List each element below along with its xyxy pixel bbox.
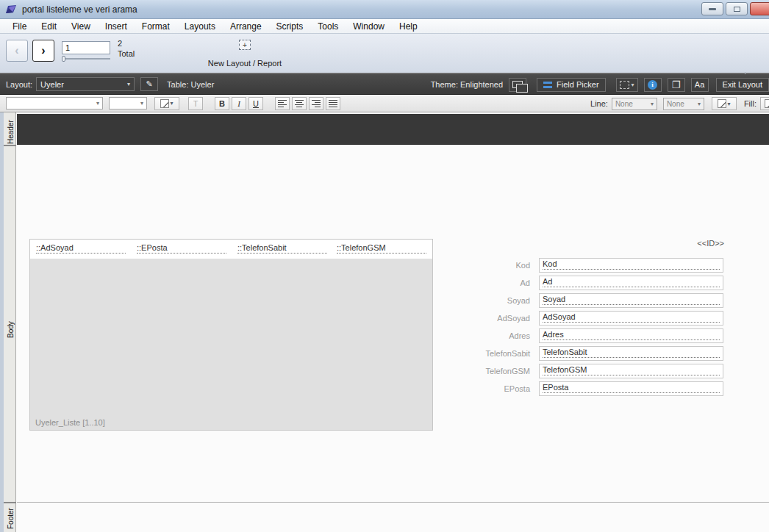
edit-layout-button[interactable]: ✎ xyxy=(140,77,158,91)
layers-icon: ❐ xyxy=(672,80,681,90)
filemaker-window: portal listeleme ve veri arama File Edit… xyxy=(0,0,769,532)
portal-field-adsoyad[interactable]: ::AdSoyad xyxy=(36,242,126,255)
field-label-adsoyad[interactable]: AdSoyad xyxy=(442,311,530,326)
line-style-select[interactable]: None ▾ xyxy=(612,98,657,110)
accessibility-inspector-button[interactable]: i xyxy=(644,78,662,92)
menu-bar: File Edit View Insert Format Layouts Arr… xyxy=(0,19,769,34)
menu-tools[interactable]: Tools xyxy=(311,20,345,33)
dashed-rect-icon xyxy=(620,81,629,89)
guides-button[interactable]: ▾ xyxy=(616,78,638,92)
menu-format[interactable]: Format xyxy=(135,20,176,33)
italic-button[interactable]: I xyxy=(232,97,246,110)
info-icon: i xyxy=(648,80,657,90)
portal-object[interactable]: ::AdSoyad ::EPosta ::TelefonSabit ::Tele… xyxy=(29,239,433,431)
maximize-button[interactable] xyxy=(726,2,748,15)
text-color-button[interactable]: T xyxy=(188,97,203,110)
portal-field-telefongsm[interactable]: ::TelefonGSM xyxy=(337,242,426,255)
layout-slider[interactable] xyxy=(62,56,110,62)
field-adres[interactable]: Adres xyxy=(539,328,723,343)
theme-label: Theme: Enlightened xyxy=(431,80,503,89)
header-part-label[interactable]: Header xyxy=(7,120,15,144)
chevron-down-icon: ▾ xyxy=(698,101,701,107)
align-justify-button[interactable] xyxy=(326,97,340,110)
field-label-telefonsabit[interactable]: TelefonSabit xyxy=(442,346,530,361)
portal-field-telefonsabit[interactable]: ::TelefonSabit xyxy=(237,242,327,255)
objects-panel-button[interactable]: ❐ xyxy=(668,78,685,92)
underline-button[interactable]: U xyxy=(248,97,263,110)
exit-layout-button[interactable]: Exit Layout xyxy=(716,78,769,92)
menu-scripts[interactable]: Scripts xyxy=(270,20,310,33)
align-center-button[interactable] xyxy=(292,97,307,110)
aa-icon: Aa xyxy=(695,80,704,89)
chevron-down-icon: ▾ xyxy=(170,100,173,107)
field-ad[interactable]: Ad xyxy=(539,276,723,290)
slider-thumb[interactable] xyxy=(62,56,65,62)
field-telefonsabit[interactable]: TelefonSabit xyxy=(539,346,723,361)
field-label-telefongsm[interactable]: TelefonGSM xyxy=(442,364,530,378)
layout-select[interactable]: Uyeler ▾ xyxy=(36,77,135,91)
field-label-eposta[interactable]: EPosta xyxy=(442,381,530,396)
slider-track xyxy=(62,58,110,60)
field-label-kod[interactable]: Kod xyxy=(442,258,530,273)
layout-canvas[interactable]: Header Body Footer ::AdSoyad ::EPosta ::… xyxy=(0,112,769,532)
menu-edit[interactable]: Edit xyxy=(35,20,63,33)
chevron-down-icon: ▾ xyxy=(96,100,99,107)
menu-file[interactable]: File xyxy=(6,20,33,33)
pencil-icon: ✎ xyxy=(146,79,152,89)
layout-label: Layout: xyxy=(6,80,32,89)
field-label-soyad[interactable]: Soyad xyxy=(442,293,530,308)
font-size-select[interactable]: ▾ xyxy=(109,97,147,109)
align-right-icon xyxy=(312,100,321,107)
field-label-adres[interactable]: Adres xyxy=(442,328,530,343)
menu-arrange[interactable]: Arrange xyxy=(223,20,268,33)
field-telefongsm[interactable]: TelefonGSM xyxy=(539,364,723,378)
menu-layouts[interactable]: Layouts xyxy=(178,20,222,33)
body-part-label[interactable]: Body xyxy=(7,321,15,338)
line-width-value: None xyxy=(667,100,684,108)
new-layout-icon: + xyxy=(239,40,251,50)
menu-help[interactable]: Help xyxy=(393,20,424,33)
field-kod[interactable]: Kod xyxy=(539,258,723,273)
field-eposta[interactable]: EPosta xyxy=(539,381,723,396)
align-left-button[interactable] xyxy=(275,97,290,110)
menu-view[interactable]: View xyxy=(65,20,97,33)
field-picker-button[interactable]: Field Picker xyxy=(537,78,605,92)
line-width-select[interactable]: None ▾ xyxy=(663,98,704,110)
fill-color-swatch-button[interactable] xyxy=(760,97,769,110)
portal-field-eposta[interactable]: ::EPosta xyxy=(137,242,226,255)
close-button[interactable] xyxy=(750,2,769,15)
fill-label: Fill: xyxy=(744,99,757,108)
field-label-ad[interactable]: Ad xyxy=(442,276,530,290)
status-toolbar: ‹ › 2 Total Layouts + New Layout / Repor… xyxy=(0,34,769,74)
text-color-swatch-button[interactable]: ▾ xyxy=(154,97,179,110)
align-right-button[interactable] xyxy=(309,97,323,110)
field-adsoyad[interactable]: AdSoyad xyxy=(539,311,723,326)
next-layout-button[interactable]: › xyxy=(32,40,54,62)
line-color-swatch-button[interactable]: ▾ xyxy=(712,97,737,110)
minimize-button[interactable] xyxy=(701,2,723,15)
align-justify-icon xyxy=(329,100,337,107)
footer-part-label[interactable]: Footer xyxy=(7,508,15,529)
formatting-bar: ▾ ▾ ▾ T B I U Line: None ▾ xyxy=(0,95,769,112)
menu-window[interactable]: Window xyxy=(346,20,391,33)
footer-boundary-line[interactable] xyxy=(17,502,769,503)
window-title: portal listeleme ve veri arama xyxy=(22,4,137,15)
font-family-select[interactable]: ▾ xyxy=(6,97,103,109)
chevron-down-icon: ▾ xyxy=(651,101,654,107)
formatting-bar-toggle-button[interactable]: Aa xyxy=(691,78,709,92)
field-soyad[interactable]: Soyad xyxy=(539,293,723,308)
part-boundary[interactable] xyxy=(4,145,16,146)
new-layout-label: New Layout / Report xyxy=(197,59,293,68)
color-none-swatch-icon xyxy=(718,99,726,108)
part-boundary[interactable] xyxy=(4,502,16,503)
header-part[interactable] xyxy=(17,114,769,145)
change-theme-button[interactable] xyxy=(509,78,526,92)
merge-field-id[interactable]: <<ID>> xyxy=(662,239,724,248)
previous-layout-button[interactable]: ‹ xyxy=(6,40,28,62)
field-picker-icon xyxy=(543,82,552,88)
layout-number-input[interactable] xyxy=(62,41,110,54)
menu-insert[interactable]: Insert xyxy=(99,20,134,33)
new-layout-report-button[interactable]: + New Layout / Report xyxy=(197,40,293,68)
chevron-down-icon[interactable]: ▾ xyxy=(632,82,634,88)
bold-button[interactable]: B xyxy=(215,97,229,110)
